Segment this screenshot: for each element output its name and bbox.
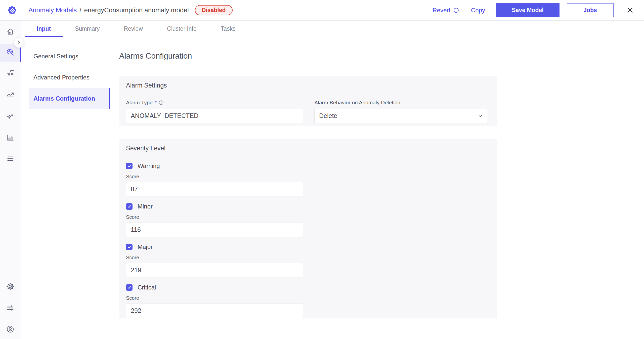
copy-button-label: Copy	[471, 7, 485, 14]
severity-level-card: Severity Level Warning Score Minor Score	[119, 139, 497, 318]
insights-sparkles-icon[interactable]	[6, 112, 15, 121]
trends-icon[interactable]	[6, 91, 15, 99]
rail-divider	[0, 319, 21, 319]
app-header: Anomaly Models / energyConsumption anoma…	[0, 0, 644, 21]
home-icon[interactable]	[6, 27, 15, 36]
major-checkbox[interactable]	[126, 244, 133, 250]
score-label: Score	[126, 214, 490, 220]
alarm-type-field: Alarm Type*	[126, 100, 303, 123]
minor-checkbox[interactable]	[126, 203, 133, 210]
preferences-sliders-icon[interactable]	[6, 304, 15, 312]
copy-button[interactable]: Copy	[471, 7, 485, 14]
tab-summary[interactable]: Summary	[63, 21, 112, 37]
severity-row-warning: Warning Score	[126, 163, 490, 196]
header-actions: Revert Copy Save Model Jobs	[433, 3, 634, 17]
breadcrumb-parent-link[interactable]: Anomaly Models	[28, 6, 77, 14]
minor-score-input[interactable]	[126, 223, 303, 237]
warning-label: Warning	[138, 162, 160, 170]
metrics-bar-chart-icon[interactable]	[6, 133, 15, 142]
alarm-behavior-label: Alarm Behavior on Anomaly Deletion	[314, 100, 488, 106]
alarm-behavior-select[interactable]: Delete	[314, 109, 488, 123]
critical-score-input[interactable]	[126, 304, 303, 318]
status-badge: Disabled	[195, 5, 233, 15]
icon-rail	[0, 21, 21, 339]
tab-cluster-info[interactable]: Cluster Info	[155, 21, 209, 37]
severity-row-major: Major Score	[126, 244, 490, 277]
save-model-button[interactable]: Save Model	[496, 3, 560, 17]
major-score-input[interactable]	[126, 263, 303, 277]
breadcrumb: Anomaly Models / energyConsumption anoma…	[28, 6, 189, 14]
close-icon[interactable]	[626, 7, 634, 14]
revert-icon	[453, 7, 459, 14]
alarm-settings-card: Alarm Settings Alarm Type*	[119, 76, 497, 126]
app-logo-icon	[7, 5, 18, 16]
alarm-behavior-label-text: Alarm Behavior on Anomaly Deletion	[314, 100, 400, 106]
score-label: Score	[126, 174, 490, 180]
warning-checkbox[interactable]	[126, 163, 133, 169]
score-label: Score	[126, 295, 490, 301]
nav-item-advanced-properties[interactable]: Advanced Properties	[29, 67, 110, 88]
severity-row-critical: Critical Score	[126, 284, 490, 318]
chevron-right-icon	[16, 40, 21, 45]
profile-icon[interactable]	[6, 325, 15, 333]
tab-tasks[interactable]: Tasks	[209, 21, 248, 37]
major-label: Major	[138, 243, 153, 250]
chevron-down-icon	[478, 113, 483, 119]
expand-sidebar-button[interactable]	[14, 38, 24, 48]
anomaly-search-icon	[6, 48, 15, 57]
revert-button-label: Revert	[433, 7, 450, 14]
minor-label: Minor	[138, 203, 153, 210]
tab-bar: Input Summary Review Cluster Info Tasks	[21, 21, 644, 37]
critical-checkbox[interactable]	[126, 284, 133, 291]
alarm-type-label-text: Alarm Type	[126, 100, 153, 106]
breadcrumb-separator: /	[79, 6, 81, 14]
functions-icon[interactable]	[6, 69, 15, 77]
alarm-behavior-field: Alarm Behavior on Anomaly Deletion Delet…	[314, 100, 488, 123]
critical-label: Critical	[138, 284, 156, 291]
severity-row-minor: Minor Score	[126, 203, 490, 237]
jobs-button[interactable]: Jobs	[567, 3, 614, 17]
revert-button[interactable]: Revert	[433, 7, 459, 14]
tab-review[interactable]: Review	[112, 21, 155, 37]
alarm-type-label: Alarm Type*	[126, 100, 303, 106]
required-marker: *	[155, 100, 157, 106]
warning-score-input[interactable]	[126, 182, 303, 196]
info-icon[interactable]	[159, 100, 164, 105]
score-label: Score	[126, 255, 490, 261]
menu-icon[interactable]	[6, 154, 15, 163]
nav-item-general-settings[interactable]: General Settings	[29, 46, 110, 67]
main-content: Alarms Configuration Alarm Settings Alar…	[110, 37, 644, 339]
severity-level-title: Severity Level	[126, 145, 490, 152]
alarm-type-input[interactable]	[126, 109, 303, 123]
alarm-settings-title: Alarm Settings	[126, 82, 490, 89]
breadcrumb-current: energyConsumption anomaly model	[84, 6, 189, 14]
section-nav: General Settings Advanced Properties Ala…	[21, 37, 110, 339]
gear-icon[interactable]	[6, 282, 15, 291]
alarm-behavior-selected-value: Delete	[319, 112, 337, 119]
nav-item-alarms-configuration[interactable]: Alarms Configuration	[29, 88, 110, 109]
tab-input[interactable]: Input	[25, 21, 63, 37]
page-title: Alarms Configuration	[119, 52, 644, 61]
